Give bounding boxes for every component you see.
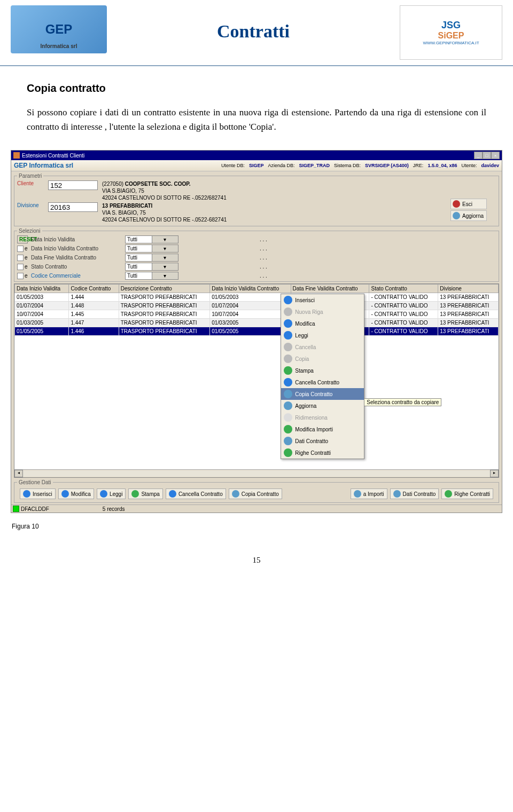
column-header[interactable]: Data Inizio Validita Contratto — [210, 285, 291, 293]
divisione-input[interactable] — [48, 202, 98, 212]
window-title: Estensioni Contratti Clienti — [22, 153, 84, 159]
menu-item-copia: Copia — [281, 353, 364, 365]
stampa-button[interactable]: Stampa — [128, 488, 162, 499]
combo-stato[interactable]: Tutti▾ — [125, 263, 178, 271]
inserisci-button[interactable]: Inserisci — [20, 488, 56, 499]
combo-dfvc[interactable]: Tutti▾ — [125, 254, 178, 262]
close-button[interactable]: × — [491, 152, 500, 159]
menu-item-modifica-importi[interactable]: Modifica Importi — [281, 423, 364, 435]
leggi-button[interactable]: Leggi — [97, 488, 126, 499]
aggiorna-button[interactable]: Aggiorna — [450, 210, 487, 221]
app-window: Estensioni Contratti Clienti _ □ × GEP I… — [11, 150, 502, 513]
status-led — [13, 506, 19, 512]
combo-divc[interactable]: Tutti▾ — [125, 245, 178, 253]
tooltip: Seleziona contratto da copiare — [364, 398, 441, 406]
cancella-contratto-button[interactable]: Cancella Contratto — [166, 488, 226, 499]
table-row[interactable]: 01/05/20031.444TRASPORTO PREFABBRICATI01… — [15, 293, 499, 302]
maximize-button[interactable]: □ — [483, 152, 491, 159]
context-menu: InserisciNuova RigaModificaLeggiCancella… — [281, 294, 364, 459]
titlebar: Estensioni Contratti Clienti _ □ × — [11, 151, 502, 160]
column-header[interactable]: Descrizione Contratto — [119, 285, 209, 293]
column-header[interactable]: Data Inizio Validita — [15, 285, 69, 293]
header-info: Utente DB:SIGEP Azienda DB:SIGEP_TRAD Si… — [221, 163, 499, 168]
gestione-dati-fieldset: Gestione Dati InserisciModificaLeggiStam… — [14, 479, 499, 503]
cliente-label: Cliente — [17, 180, 44, 186]
section-title: Copia contratto — [27, 82, 486, 94]
column-header[interactable]: Stato Contratto — [369, 285, 438, 293]
cliente-input[interactable] — [48, 180, 98, 190]
dati-contratto-button[interactable]: Dati Contratto — [390, 488, 439, 499]
table-row[interactable]: 01/03/20051.447TRASPORTO PREFABBRICATI01… — [15, 319, 499, 327]
menu-item-cancella-contratto[interactable]: Cancella Contratto — [281, 376, 364, 388]
modifica-button[interactable]: Modifica — [58, 488, 94, 499]
menu-item-righe-contratti[interactable]: Righe Contratti — [281, 447, 364, 459]
table-row[interactable]: 01/07/20041.448TRASPORTO PREFABBRICATI01… — [15, 302, 499, 310]
column-header[interactable]: Divisione — [438, 285, 499, 293]
esci-button[interactable]: Esci — [450, 199, 487, 209]
page-title: Contratti — [107, 21, 400, 42]
menu-item-leggi[interactable]: Leggi — [281, 329, 364, 341]
table-row[interactable]: 01/05/20051.446TRASPORTO PREFABBRICATI01… — [15, 327, 499, 336]
page-number: 15 — [0, 534, 513, 576]
menu-item-dati-contratto[interactable]: Dati Contratto — [281, 435, 364, 447]
parametri-fieldset: Parametri Cliente (227050) COOPSETTE SOC… — [14, 173, 499, 226]
figure-caption: Figura 10 — [0, 518, 513, 534]
divisione-label: Divisione — [17, 202, 44, 208]
menu-item-nuova-riga: Nuova Riga — [281, 306, 364, 318]
combo-cc[interactable]: Tutti▾ — [125, 272, 178, 280]
jsg-logo: JSG SiGEP WWW.GEPINFORMATICA.IT — [400, 5, 502, 60]
scroll-right[interactable]: ▸ — [490, 470, 499, 477]
menu-item-copia-contratto[interactable]: Copia Contratto — [281, 388, 364, 400]
table-row[interactable]: 10/07/20041.445TRASPORTO PREFABBRICATI10… — [15, 310, 499, 319]
menu-item-inserisci[interactable]: Inserisci — [281, 294, 364, 306]
scroll-left[interactable]: ◂ — [14, 470, 23, 477]
combo-div[interactable]: Tutti▾ — [125, 235, 178, 243]
reset-button[interactable]: RESET — [17, 235, 28, 243]
column-header[interactable]: Codice Contratto — [69, 285, 119, 293]
copia-contratto-button[interactable]: Copia Contratto — [229, 488, 282, 499]
datagrid[interactable]: Data Inizio ValiditaCodice ContrattoDesc… — [14, 283, 499, 478]
selezioni-fieldset: Selezioni RESET Data Inizio Validita Tut… — [14, 228, 499, 282]
righe-contratti-button[interactable]: Righe Contratti — [441, 488, 493, 499]
menu-item-ridimensiona: Ridimensiona — [281, 412, 364, 423]
column-header[interactable]: Data Fine Validita Contratto — [291, 285, 369, 293]
company-label: GEP Informatica srl — [14, 162, 73, 169]
menu-item-cancella: Cancella — [281, 341, 364, 353]
java-icon — [13, 152, 20, 159]
menu-item-aggiorna[interactable]: Aggiorna — [281, 400, 364, 412]
menu-item-stampa[interactable]: Stampa — [281, 365, 364, 376]
a-importi-button[interactable]: a Importi — [351, 488, 387, 499]
checkbox[interactable] — [17, 246, 24, 252]
minimize-button[interactable]: _ — [474, 152, 483, 159]
gep-logo: GEP Informatica srl — [11, 5, 107, 53]
menu-item-modifica[interactable]: Modifica — [281, 318, 364, 329]
section-paragraph: Si possono copiare i dati di un contratt… — [27, 105, 486, 134]
